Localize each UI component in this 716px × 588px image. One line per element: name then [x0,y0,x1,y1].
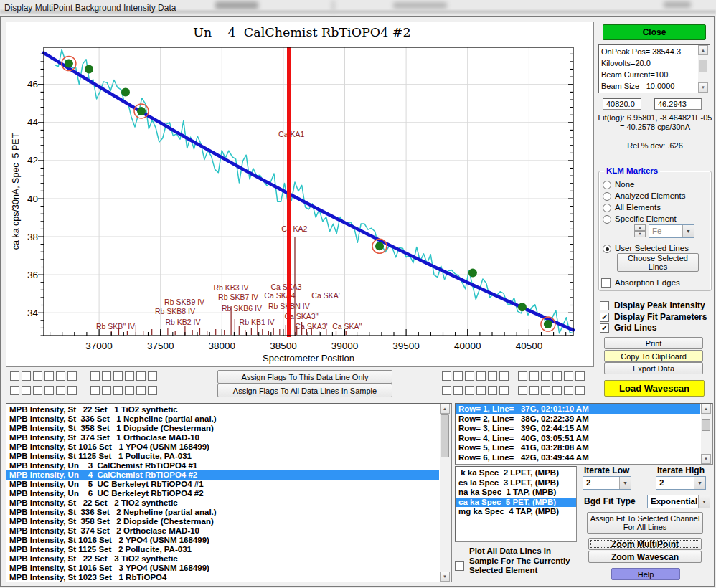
klm-radio-user-selected-lines[interactable] [603,245,611,253]
flag-checkbox[interactable] [564,371,573,381]
iterate-high-combo[interactable]: 2 ▼ [656,476,706,490]
assign-flags-this-line-button[interactable]: Assign Flags To This Data Line Only [217,370,392,384]
flag-checkbox[interactable] [453,386,463,395]
flag-checkbox[interactable] [476,371,486,381]
klm-radio-analyzed-elements[interactable] [603,192,611,201]
list-item[interactable]: MPB Intensity, St 1016 Set 2 YPO4 (USNM … [6,536,439,545]
iterate-low-combo[interactable]: 2 ▼ [583,476,631,490]
spinner-up-icon[interactable]: ▲ [634,224,646,231]
list-item[interactable]: MPB Intensity, Un 5 UC Berkeleyt RbTiOPO… [6,480,439,489]
list-item[interactable]: Row= 4, Line= 40G, 03:05:51 AM [456,434,700,444]
combo-arrow-icon[interactable]: ▼ [682,225,694,237]
flag-checkbox[interactable] [56,386,65,395]
flag-checkbox[interactable] [67,386,77,395]
flag-checkbox[interactable] [453,371,463,381]
flag-checkbox[interactable] [10,386,19,395]
flag-checkbox[interactable] [90,386,100,395]
plot-all-lines-checkbox[interactable] [455,561,464,571]
list-item[interactable]: MPB Intensity, St 374 Set 2 Orthoclase M… [6,526,439,536]
flag-checkbox[interactable] [575,386,585,395]
assign-fit-button[interactable]: Assign Fit To Selected Channel For All L… [587,512,703,534]
list-item[interactable]: ca ka Spec 5 PET, (MPB) [456,498,576,508]
flag-checkbox[interactable] [67,371,77,381]
flag-checkbox[interactable] [499,386,509,395]
element-spinner[interactable]: ▲ ▼ [634,224,646,238]
klm-radio-none[interactable] [603,181,611,189]
list-item[interactable]: k ka Spec 2 LPET, (MPB) [456,468,576,478]
list-item[interactable]: MPB Intensity, St 336 Set 1 Nepheline (p… [6,414,439,424]
flag-checkbox[interactable] [33,371,42,381]
list-item[interactable]: MPB Intensity, Un 4 CalChemist RbTiOPO4 … [6,470,439,480]
flag-checkbox[interactable] [22,386,31,395]
flag-checkbox[interactable] [518,371,527,381]
channel-listbox[interactable]: k ka Spec 2 LPET, (MPB)cs la Spec 3 LPET… [455,466,577,542]
load-wavescan-button[interactable]: Load Wavescan [604,380,705,397]
scroll-up-icon[interactable]: ▲ [698,45,708,55]
flag-checkbox[interactable] [465,386,474,395]
flag-checkbox[interactable] [90,371,100,381]
flag-checkbox[interactable] [125,386,134,395]
data-line-listbox[interactable]: Row= 1, Line= 37G, 02:01:10 AMRow= 2, Li… [455,403,713,465]
list-item[interactable]: MPB Intensity, St 1016 Set 3 YPO4 (USNM … [6,564,439,573]
flag-checkbox[interactable] [44,386,54,395]
scroll-down-icon[interactable]: ▼ [440,572,450,582]
list-item[interactable]: Row= 1, Line= 37G, 02:01:10 AM [456,404,700,414]
flag-checkbox[interactable] [499,371,509,381]
info-scrollbar[interactable]: ▲ ▼ [698,45,710,93]
flag-checkbox[interactable] [125,371,134,381]
combo-arrow-icon[interactable]: ▼ [698,495,710,508]
list-item[interactable]: Row= 2, Line= 38G, 02:22:39 AM [456,414,700,425]
flag-checkbox[interactable] [148,371,157,381]
flag-checkbox[interactable] [102,386,111,395]
list-item[interactable]: MPB Intensity, St 22 Set 3 TiO2 syntheti… [6,554,439,564]
flag-checkbox[interactable] [442,386,451,395]
flag-checkbox[interactable] [541,371,550,381]
choose-selected-lines-button[interactable]: Choose Selected Lines [617,253,699,272]
help-button[interactable]: Help [611,568,680,580]
sample-list-scrollbar[interactable]: ▲ ▼ [440,404,451,582]
export-data-button[interactable]: Export Data [604,362,703,374]
copy-to-clipboard-button[interactable]: Copy To ClipBoard [604,350,703,362]
combo-arrow-icon[interactable]: ▼ [694,477,705,489]
absorption-edges-checkbox[interactable] [601,278,611,288]
list-item[interactable]: MPB Intensity, St 1125 Set 1 Pollucite, … [6,452,439,461]
flag-checkbox[interactable] [529,371,539,381]
specific-element-combo[interactable]: Fe ▼ [649,224,694,238]
flag-checkbox[interactable] [541,386,550,395]
flag-checkbox[interactable] [476,386,486,395]
display-peak-intensity-checkbox[interactable] [600,301,609,310]
list-item[interactable]: Row= 6, Line= 42G, 03:49:44 AM [456,453,700,463]
scroll-down-icon[interactable]: ▼ [701,454,711,464]
flag-checkbox[interactable] [113,386,123,395]
flag-checkbox[interactable] [22,371,31,381]
flag-checkbox[interactable] [529,386,539,395]
flag-checkbox[interactable] [564,386,573,395]
list-item[interactable]: MPB Intensity, St 22 Set 2 TiO2 syntheti… [6,498,439,508]
scroll-down-icon[interactable]: ▼ [698,82,708,93]
klm-radio-specific-element[interactable] [603,215,611,224]
zoom-multipoint-button[interactable]: Zoom MultiPoint [588,538,702,550]
flag-checkbox[interactable] [552,371,562,381]
flag-checkbox[interactable] [56,371,65,381]
close-button[interactable]: Close [603,24,706,40]
assign-flags-all-lines-button[interactable]: Assign Flags To All Data Lines In Sample [217,384,392,397]
flag-checkbox[interactable] [552,386,562,395]
spinner-down-icon[interactable]: ▼ [634,231,646,237]
flag-checkbox[interactable] [148,386,157,395]
sample-listbox[interactable]: MPB Intensity, St 22 Set 1 TiO2 syntheti… [6,403,452,582]
klm-radio-all-elements[interactable] [603,204,611,212]
flag-checkbox[interactable] [10,371,19,381]
list-item[interactable]: MPB Intensity, Un 3 CalChemist RbTiOPO4 … [6,461,439,470]
grid-lines-checkbox[interactable]: ✓ [600,323,609,333]
bgd-fit-type-combo[interactable]: Exponential ▼ [647,495,710,508]
flag-checkbox[interactable] [136,386,146,395]
list-item[interactable]: MPB Intensity, St 358 Set 1 Diopside (Ch… [6,424,439,433]
list-item[interactable]: MPB Intensity, St 358 Set 2 Diopside (Ch… [6,517,439,526]
flag-checkbox[interactable] [575,371,585,381]
list-item[interactable]: cs la Spec 3 LPET, (MPB) [456,478,576,488]
flag-checkbox[interactable] [33,386,42,395]
scrollbar-thumb[interactable] [702,419,710,431]
list-item[interactable]: MPB Intensity, St 1023 Set 1 RbTiOPO4 [6,573,439,582]
flag-checkbox[interactable] [488,386,497,395]
scroll-up-icon[interactable]: ▲ [701,404,711,414]
